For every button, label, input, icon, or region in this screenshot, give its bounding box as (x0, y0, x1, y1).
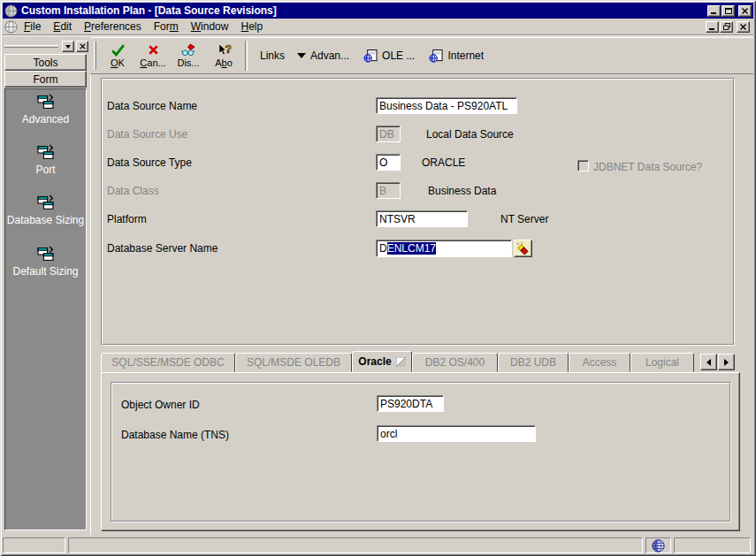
data-source-name-label: Data Source Name (107, 100, 197, 112)
toolbar-grip[interactable] (94, 42, 96, 70)
status-panel-right (674, 537, 751, 553)
cascade-windows-icon (36, 246, 56, 263)
database-name-tns-input[interactable] (377, 425, 536, 442)
window-title: Custom Installation Plan - [Data Source … (21, 4, 277, 17)
maximize-icon (725, 8, 732, 14)
platform-input[interactable] (376, 210, 468, 227)
minimize-button[interactable] (707, 5, 721, 17)
toolbar: OK Can... Dis... ? Abo Links Adv (90, 37, 753, 74)
cancel-button[interactable]: Can... (135, 39, 171, 72)
data-source-type-label: Data Source Type (107, 156, 192, 169)
advanced-dropdown[interactable]: Advan... (297, 50, 349, 62)
tab-scroll-left-button[interactable] (700, 354, 717, 370)
close-button[interactable] (738, 5, 752, 17)
data-class-label: Data Class (107, 185, 159, 197)
mdi-close-button[interactable] (737, 21, 750, 33)
chevron-down-icon (297, 53, 306, 58)
status-panel-main (68, 537, 643, 553)
minimize-icon (709, 24, 716, 30)
glasses-flag-icon (181, 43, 196, 57)
menu-bar: File Edit Preferences Form Window Help (3, 19, 753, 35)
sidebar-close-button[interactable] (76, 41, 88, 52)
form-client-area: Data Source Name Data Source Use Local D… (90, 74, 753, 535)
jdbnet-checkbox[interactable] (577, 160, 589, 171)
selected-text: ENLCM17 (387, 242, 436, 255)
sidebar-tab-form[interactable]: Form (4, 71, 87, 88)
tab-sql-msde-oledb[interactable]: SQL/MSDE OLEDB (235, 353, 352, 372)
platform-label: Platform (107, 213, 147, 225)
tab-sql-sse-msde-odbc[interactable]: SQL/SSE/MSDE ODBC (101, 353, 235, 372)
tab-db2-os400[interactable]: DB2 OS/400 (412, 353, 498, 372)
menu-form[interactable]: Form (148, 19, 185, 34)
app-globe-icon (4, 4, 18, 18)
arrow-right-icon (724, 359, 729, 366)
data-class-desc: Business Data (428, 185, 496, 197)
chevron-down-icon (65, 45, 71, 49)
data-source-type-input[interactable] (376, 154, 401, 171)
sidebar-dropdown-button[interactable] (62, 41, 74, 52)
sidebar-item-port[interactable]: Port (5, 144, 86, 177)
mdi-restore-button[interactable] (720, 21, 733, 33)
minimize-icon (711, 8, 718, 14)
svg-text:?: ? (225, 43, 231, 56)
object-owner-id-input[interactable] (377, 395, 444, 412)
about-button[interactable]: ? Abo (206, 39, 241, 72)
menu-help[interactable]: Help (234, 19, 269, 34)
status-globe-icon (652, 539, 665, 552)
database-name-tns-label: Database Name (TNS) (121, 429, 229, 441)
ole-button[interactable]: OLE ... (363, 50, 415, 63)
sidebar-panel: Advanced Port Database Sizing (4, 88, 87, 530)
status-bar (3, 536, 753, 554)
sidebar-item-default-sizing[interactable]: Default Sizing (5, 246, 86, 278)
sidebar-header (4, 40, 88, 53)
platform-desc: NT Server (500, 213, 548, 225)
object-owner-id-label: Object Owner ID (121, 399, 200, 411)
cascade-windows-icon (36, 144, 56, 161)
restore-icon (723, 23, 730, 30)
mdi-child-globe-icon (4, 20, 18, 34)
tab-scroll-right-button[interactable] (718, 354, 735, 370)
menu-preferences[interactable]: Preferences (78, 19, 148, 34)
data-source-name-input[interactable] (376, 97, 517, 114)
database-server-name-input[interactable]: DENLCM17 (376, 240, 512, 257)
tab-oracle[interactable]: Oracle (352, 351, 412, 372)
tab-access[interactable]: Access (569, 353, 630, 372)
close-icon (742, 8, 749, 14)
mdi-minimize-button[interactable] (706, 21, 719, 33)
title-bar: Custom Installation Plan - [Data Source … (3, 3, 753, 19)
tab-logical[interactable]: Logical (630, 353, 694, 372)
data-source-use-input (376, 126, 401, 142)
close-icon (740, 24, 747, 30)
sidebar-tab-tools[interactable]: Tools (4, 54, 87, 71)
menu-file[interactable]: File (18, 19, 47, 34)
internet-doc-globe-icon (429, 50, 443, 63)
jdbnet-checkbox-label: JDBNET Data Source? (593, 161, 702, 173)
flashlight-icon (516, 242, 530, 255)
ole-doc-globe-icon (363, 50, 378, 63)
data-source-type-desc: ORACLE (422, 156, 465, 169)
tab-db2-udb[interactable]: DB2 UDB (498, 353, 569, 372)
ok-button[interactable]: OK (100, 39, 135, 72)
links-label[interactable]: Links (260, 50, 285, 62)
menu-window[interactable]: Window (185, 19, 235, 34)
cancel-x-icon (146, 43, 161, 57)
database-server-name-label: Database Server Name (107, 242, 218, 255)
sidebar-item-advanced[interactable]: Advanced (5, 94, 86, 126)
maximize-button[interactable] (722, 5, 735, 17)
help-cursor-icon: ? (217, 43, 232, 57)
sidebar-item-database-sizing[interactable]: Database Sizing (5, 194, 86, 227)
data-source-use-label: Data Source Use (107, 128, 187, 141)
status-panel-left (3, 537, 65, 553)
menu-edit[interactable]: Edit (47, 19, 78, 34)
data-source-use-desc: Local Data Source (426, 128, 514, 141)
app-window: Custom Installation Plan - [Data Source … (0, 0, 756, 556)
folded-page-icon (396, 357, 406, 367)
internet-button[interactable]: Internet (429, 50, 484, 63)
sidebar-grip[interactable] (4, 45, 58, 48)
visual-assist-button[interactable] (514, 240, 532, 257)
display-errors-button[interactable]: Dis... (171, 39, 206, 72)
toolbar-separator (245, 41, 248, 71)
arrow-left-icon (706, 359, 711, 366)
cascade-windows-icon (36, 194, 56, 211)
data-class-input (376, 182, 401, 199)
